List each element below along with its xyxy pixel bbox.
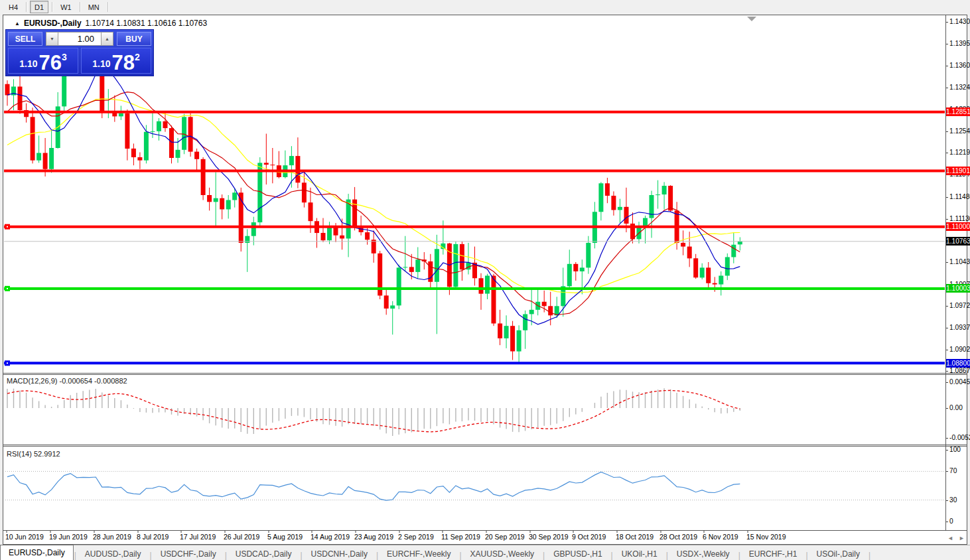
price-badge-1.11000: 1.11000 (946, 222, 970, 231)
date-label: 18 Oct 2019 (616, 533, 654, 541)
date-label: 9 Oct 2019 (572, 533, 606, 541)
price-badge-1.12851: 1.12851 (946, 107, 970, 116)
chart-symbol-label: EURUSD-,Daily (24, 19, 82, 28)
collapse-panel-icon[interactable]: ▲ (15, 21, 20, 27)
sell-price-box[interactable]: 1.10 76 3 (8, 48, 78, 74)
toolbar-separator (107, 2, 108, 12)
timeframe-button-d1[interactable]: D1 (30, 1, 48, 13)
price-tick-1.09720: 1.09720 (949, 302, 970, 309)
date-label: 26 Jul 2019 (224, 533, 259, 541)
scroll-left-icon[interactable]: ◄ (947, 535, 953, 541)
volume-up-icon[interactable]: ▲ (101, 32, 113, 46)
volume-down-icon[interactable]: ▼ (46, 32, 58, 46)
price-tick-1.14300: 1.14300 (949, 18, 970, 25)
date-label: 6 Nov 2019 (703, 533, 738, 541)
price-tick-1.13600: 1.13600 (949, 62, 970, 69)
buy-price-big: 78 (111, 54, 134, 72)
rsi-indicator-label: RSI(14) 52.9912 (7, 450, 60, 458)
price-tick-1.08670: 1.08670 (949, 367, 970, 374)
price-tick-1.12540: 1.12540 (949, 127, 970, 135)
date-label: 15 Nov 2019 (746, 533, 786, 541)
price-axis: 1.143001.139501.136001.132401.128901.125… (946, 15, 970, 545)
chart-ohlc-values: 1.10714 1.10831 1.10616 1.10763 (86, 19, 208, 28)
scroll-right-icon[interactable]: ► (959, 535, 965, 541)
date-label: 20 Sep 2019 (485, 533, 525, 541)
sell-button[interactable]: SELL (8, 32, 42, 46)
price-tick--0.005205: -0.005205 (949, 434, 970, 441)
price-tick-0: 0 (949, 518, 953, 525)
price-tick-100: 100 (949, 446, 961, 453)
timeframe-button-w1[interactable]: W1 (56, 1, 76, 13)
chart-title: ▲ EURUSD-,Daily 1.10714 1.10831 1.10616 … (15, 19, 207, 28)
axis-scroll-arrows: ◄ ► (947, 535, 965, 541)
date-label: 2 Sep 2019 (398, 533, 434, 541)
date-label: 11 Sep 2019 (441, 533, 480, 541)
price-badge-1.10763: 1.10763 (946, 237, 970, 245)
date-label: 19 Jun 2019 (49, 533, 88, 541)
chart-canvas[interactable] (0, 0, 970, 560)
one-click-trade-panel: SELL ▼ 1.00 ▲ BUY 1.10 76 3 1.10 78 2 (5, 29, 154, 76)
chart-tab-eurusd-daily[interactable]: EURUSD-,Daily (0, 545, 74, 560)
chart-tab-bar: EURUSD-,Daily|AUDUSD-,Daily|USDCHF-,Dail… (0, 545, 970, 560)
date-label: 8 Jul 2019 (137, 533, 169, 541)
chart-tab-usdcnh-daily[interactable]: USDCNH-,Daily (303, 547, 376, 560)
date-label: 28 Jun 2019 (93, 533, 131, 541)
price-tick-70: 70 (949, 467, 957, 474)
price-badge-1.08800: 1.08800 (946, 359, 970, 368)
timeframe-toolbar: H4D1W1MN (0, 0, 970, 14)
toolbar-separator (52, 2, 52, 12)
chart-tab-usdx-weekly[interactable]: USDX-,Weekly (669, 547, 738, 560)
buy-price-box[interactable]: 1.10 78 2 (81, 48, 151, 74)
timeframe-button-h4[interactable]: H4 (4, 1, 23, 13)
price-badge-1.10003: 1.10003 (946, 284, 970, 293)
chart-tab-ukoil-h1[interactable]: UKOil-,H1 (614, 547, 665, 560)
date-label: 14 Aug 2019 (311, 533, 350, 541)
timeframe-button-mn[interactable]: MN (84, 1, 104, 13)
date-label: 5 Aug 2019 (267, 533, 303, 541)
sell-price-big: 76 (38, 54, 61, 72)
price-tick-1.09020: 1.09020 (949, 346, 970, 353)
toolbar-separator (80, 2, 80, 12)
price-tick-0.004536: 0.004536 (949, 378, 970, 385)
price-tick-1.11480: 1.11480 (949, 193, 970, 200)
price-tick-1.13240: 1.13240 (949, 84, 970, 91)
date-label: 30 Sep 2019 (529, 533, 569, 541)
sell-price-prefix: 1.10 (19, 58, 37, 69)
price-tick-1.10430: 1.10430 (949, 258, 970, 265)
date-label: 28 Oct 2019 (659, 533, 697, 541)
price-tick-0.00: 0.00 (949, 404, 963, 411)
chart-tab-eurchf-weekly[interactable]: EURCHF-,Weekly (379, 547, 458, 560)
chart-tab-eurchf-h1[interactable]: EURCHF-,H1 (741, 547, 805, 560)
date-label: 17 Jul 2019 (180, 533, 216, 541)
buy-price-sup: 2 (135, 52, 140, 62)
chart-tab-usdcad-daily[interactable]: USDCAD-,Daily (228, 547, 300, 560)
chart-tab-audusd-daily[interactable]: AUDUSD-,Daily (77, 547, 149, 560)
toolbar-separator (26, 2, 27, 12)
chart-tab-xauusd-weekly[interactable]: XAUUSD-,Weekly (462, 547, 542, 560)
buy-button[interactable]: BUY (117, 32, 151, 46)
date-label: 23 Aug 2019 (354, 533, 393, 541)
date-axis: 10 Jun 201919 Jun 201928 Jun 20198 Jul 2… (0, 533, 945, 543)
price-tick-1.09370: 1.09370 (949, 324, 970, 331)
price-tick-1.12190: 1.12190 (949, 149, 970, 156)
price-tick-1.13950: 1.13950 (949, 40, 970, 47)
date-label: 10 Jun 2019 (5, 533, 44, 541)
chart-tab-gbpusd-h1[interactable]: GBPUSD-,H1 (545, 547, 610, 560)
sell-price-sup: 3 (62, 52, 67, 62)
price-badge-1.11901: 1.11901 (946, 167, 970, 175)
price-tick-1.11130: 1.11130 (949, 215, 970, 222)
buy-price-prefix: 1.10 (92, 58, 110, 69)
volume-stepper: ▼ 1.00 ▲ (46, 32, 113, 46)
tab-divider: | (868, 551, 871, 560)
volume-input[interactable]: 1.00 (58, 32, 101, 46)
chart-tab-usdchf-daily[interactable]: USDCHF-,Daily (153, 547, 224, 560)
chart-tab-usoil-daily[interactable]: USOil-,Daily (809, 547, 868, 560)
macd-indicator-label: MACD(12,26,9) -0.000654 -0.000882 (7, 377, 127, 385)
price-tick-30: 30 (949, 496, 957, 504)
